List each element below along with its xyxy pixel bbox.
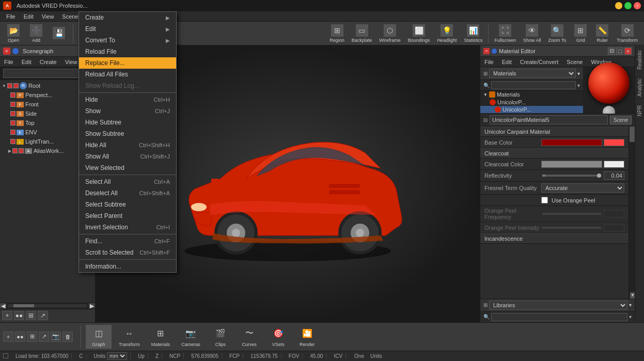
sg-scroll-track[interactable] — [8, 304, 87, 307]
mat-lib-select[interactable]: Libraries — [489, 301, 627, 310]
dd-item-selectall[interactable]: Select All Ctrl+A — [79, 176, 176, 187]
region-button[interactable]: ⊞ Region — [326, 23, 348, 44]
vp-trash-btn[interactable]: 🗑 — [62, 332, 73, 342]
bt-transform-btn[interactable]: ↔ Transform — [115, 325, 144, 349]
minimize-button[interactable]: − — [615, 2, 622, 9]
fullscreen-button[interactable]: ⛶ Fullscreen — [491, 23, 519, 44]
mat-lib-arrow[interactable]: ▾ — [629, 302, 632, 308]
mat-lib-search-input[interactable] — [491, 313, 627, 321]
dd-item-selectparent[interactable]: Select Parent — [79, 210, 176, 222]
ruler-button[interactable]: 📏 Ruler — [592, 23, 612, 44]
headlight-button[interactable]: 💡 Headlight — [434, 23, 460, 44]
add-button[interactable]: ➕ Add — [26, 23, 46, 44]
mat-filter-icon[interactable]: ▾ — [577, 83, 580, 88]
mat-basecolor-dark[interactable] — [541, 139, 602, 146]
showall-button[interactable]: 👁 Show All — [520, 23, 544, 44]
sg-dots-btn[interactable]: ●● — [14, 311, 24, 320]
dd-item-viewselected[interactable]: View Selected — [79, 162, 176, 174]
dd-item-reloadall[interactable]: Reload All Files — [79, 69, 176, 80]
vp-camera-btn[interactable]: 📷 — [51, 332, 61, 342]
mat-tree-materials[interactable]: ▼ Materials — [480, 91, 583, 98]
mat-search-input[interactable] — [491, 81, 576, 89]
vp-arrow-btn[interactable]: ↗ — [39, 332, 49, 342]
dd-item-replace[interactable]: Replace File... — [79, 57, 176, 69]
side-tab-npr[interactable]: NPR — [635, 101, 644, 120]
bt-render-btn[interactable]: 🎦 Render — [294, 325, 320, 349]
mat-menu-edit[interactable]: Edit — [498, 58, 516, 66]
vp-add-btn[interactable]: + — [3, 332, 13, 342]
bt-curves-btn[interactable]: 〜 Curves — [237, 325, 262, 349]
grid-button[interactable]: ⊞ Grid — [570, 23, 591, 44]
save-button[interactable]: 💾 — [49, 25, 69, 42]
dd-item-create[interactable]: Create ▶ — [79, 12, 176, 23]
mat-name-input[interactable] — [490, 115, 608, 124]
bt-cameras-btn[interactable]: 📷 Cameras — [177, 325, 205, 349]
status-units-select[interactable]: mm cm m — [107, 352, 127, 360]
mat-scroll-down[interactable]: ▼ — [630, 292, 635, 299]
close-button[interactable]: × — [634, 2, 641, 9]
side-tab-realistic[interactable]: Realistic — [635, 45, 644, 74]
sg-menu-file[interactable]: File — [0, 58, 18, 66]
mat-scrollbar[interactable]: ▲ ▼ — [629, 127, 635, 298]
transform-button[interactable]: ⟳ Transform — [614, 23, 641, 44]
mat-scroll-thumb[interactable] — [630, 127, 635, 142]
bt-vsets-btn[interactable]: 🎯 VSets — [265, 325, 291, 349]
vp-dots-btn[interactable]: ●● — [15, 332, 25, 342]
vp-tree-btn[interactable]: ⊞ — [27, 332, 37, 342]
sg-menu-create[interactable]: Create — [36, 58, 61, 66]
maximize-button[interactable]: □ — [624, 2, 632, 9]
menu-edit[interactable]: Edit — [20, 12, 38, 21]
mat-scene-button[interactable]: Scene — [610, 116, 632, 124]
dd-item-invertselection[interactable]: Invert Selection Ctrl+I — [79, 222, 176, 233]
sg-arrow-btn[interactable]: ↗ — [38, 311, 48, 320]
bt-graph-btn[interactable]: ◫ Graph — [86, 325, 112, 349]
sg-scroll-thumb[interactable] — [13, 304, 34, 307]
mat-browser-arrow[interactable]: ▾ — [577, 71, 580, 76]
dd-item-show[interactable]: Show Ctrl+J — [79, 105, 176, 117]
dd-item-showall[interactable]: Show All Ctrl+Shift+J — [79, 151, 176, 162]
mat-reflectivity-slider[interactable] — [542, 175, 601, 177]
mat-reflectivity-thumb[interactable] — [597, 174, 601, 178]
bt-clips-btn[interactable]: 🎬 Clips — [208, 325, 233, 349]
dd-item-scrolltoselected[interactable]: Scroll to Selected Ctrl+Shift+F — [79, 247, 176, 258]
sg-grid-btn[interactable]: ⊞ — [26, 311, 36, 320]
mat-lib-filter-icon[interactable]: ▾ — [629, 314, 632, 320]
dd-item-hideall[interactable]: Hide All Ctrl+Shift+H — [79, 139, 176, 151]
statistics-button[interactable]: 📊 Statistics — [461, 23, 485, 44]
wireframe-button[interactable]: ⬡ Wireframe — [376, 23, 404, 44]
dd-item-find[interactable]: Find... Ctrl+F — [79, 236, 176, 247]
mat-editor-close[interactable]: × — [483, 48, 490, 54]
boundings-button[interactable]: ⬜ Boundings — [405, 23, 433, 44]
dd-item-information[interactable]: Information... — [79, 261, 176, 272]
mat-reflectivity-value[interactable]: 0.04 — [604, 171, 624, 180]
mat-menu-file[interactable]: File — [480, 58, 498, 66]
mat-editor-win-btn[interactable]: ⊟ — [608, 48, 615, 55]
sg-add-btn[interactable]: + — [2, 311, 12, 320]
mat-tree-unicolor2[interactable]: UnicolorP... — [480, 106, 583, 113]
mat-menu-create[interactable]: Create/Convert — [516, 58, 563, 66]
mat-link-icon[interactable]: ⊟ — [483, 117, 488, 123]
mat-fresnel-select[interactable]: Accurate Fast — [541, 183, 624, 193]
menu-file[interactable]: File — [2, 12, 20, 21]
sg-hscrollbar[interactable]: ◀ ▶ — [0, 303, 95, 309]
side-tab-analytic[interactable]: Analytic — [635, 74, 644, 101]
dd-item-deselectall[interactable]: Deselect All Ctrl+Shift+A — [79, 187, 176, 199]
backplate-button[interactable]: ▭ Backplate — [349, 23, 375, 44]
mat-browser-select[interactable]: Materials — [489, 69, 576, 78]
dd-item-hidesubtree[interactable]: Hide Subtree — [79, 117, 176, 128]
mat-clearcoat-gray[interactable] — [541, 161, 602, 168]
open-button[interactable]: 📂 Open — [3, 23, 24, 44]
mat-menu-scene[interactable]: Scene — [562, 58, 587, 66]
dd-item-edit[interactable]: Edit ▶ — [79, 23, 176, 35]
dd-item-hide[interactable]: Hide Ctrl+H — [79, 94, 176, 105]
mat-editor-close-btn[interactable]: × — [624, 48, 632, 55]
zoomto-button[interactable]: 🔍 Zoom To — [545, 23, 569, 44]
dd-item-showsubtree[interactable]: Show Subtree — [79, 128, 176, 139]
menu-view[interactable]: View — [38, 12, 58, 21]
mat-basecolor-bright[interactable] — [604, 139, 624, 146]
mat-clearcoat-white[interactable] — [604, 161, 624, 168]
dd-item-reload[interactable]: Reload File — [79, 46, 176, 57]
dd-item-selectsubtree[interactable]: Select Subtree — [79, 199, 176, 210]
bt-materials-btn[interactable]: ⊞ Materials — [147, 325, 175, 349]
mat-tree-unicolor1[interactable]: UnicolorP... — [480, 99, 583, 106]
